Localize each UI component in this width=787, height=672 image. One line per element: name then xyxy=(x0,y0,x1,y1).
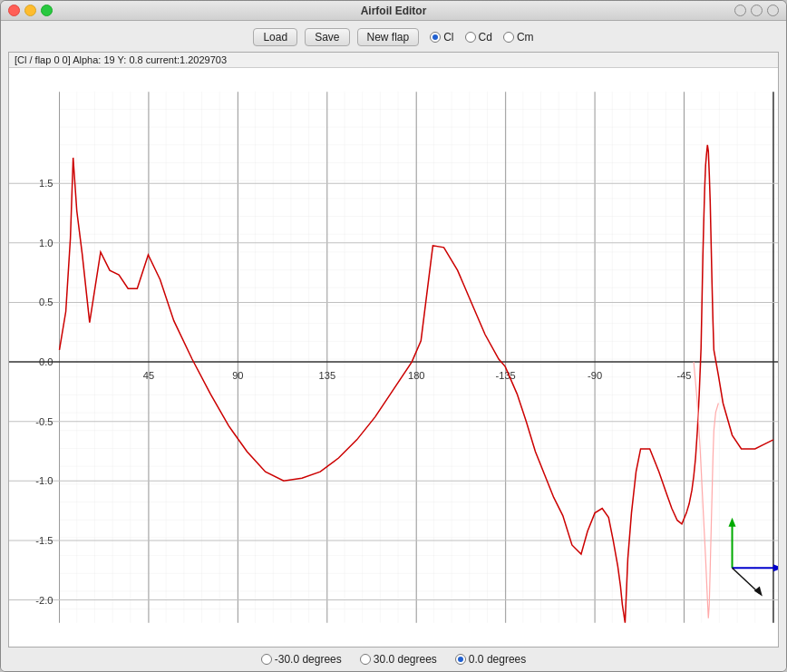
svg-text:-0.5: -0.5 xyxy=(35,416,53,427)
degree-radio-minus30-circle xyxy=(261,654,272,665)
maximize-button[interactable] xyxy=(41,5,53,16)
radio-cl-circle xyxy=(430,32,441,43)
win-ctrl-1[interactable] xyxy=(734,5,746,16)
new-flap-button[interactable]: New flap xyxy=(357,28,420,46)
bottom-bar: -30.0 degrees 30.0 degrees 0.0 degrees xyxy=(1,648,786,671)
svg-text:-45: -45 xyxy=(677,370,692,381)
degree-radio-plus30[interactable]: 30.0 degrees xyxy=(360,653,437,666)
radio-cl-label: Cl xyxy=(443,31,453,44)
window-title: Airfoil Editor xyxy=(361,5,427,17)
radio-cd-circle xyxy=(465,32,476,43)
chart-area: [Cl / flap 0 0] Alpha: 19 Y: 0.8 current… xyxy=(8,52,779,648)
titlebar-actions xyxy=(734,5,779,16)
win-ctrl-3[interactable] xyxy=(767,5,779,16)
load-button[interactable]: Load xyxy=(253,28,297,46)
save-button[interactable]: Save xyxy=(305,28,349,46)
svg-text:1.5: 1.5 xyxy=(39,178,53,189)
titlebar-buttons xyxy=(8,5,53,16)
degree-plus30-label: 30.0 degrees xyxy=(374,653,437,666)
svg-text:45: 45 xyxy=(143,370,154,381)
svg-text:-90: -90 xyxy=(588,370,602,381)
minimize-button[interactable] xyxy=(24,5,36,16)
degree-radio-zero[interactable]: 0.0 degrees xyxy=(455,653,526,666)
coefficient-radio-group: Cl Cd Cm xyxy=(430,31,533,44)
svg-text:-1.0: -1.0 xyxy=(35,475,53,486)
titlebar: Airfoil Editor xyxy=(1,1,786,21)
chart-canvas[interactable]: 1.5 1.0 0.5 0.0 -0.5 -1.0 -1.5 -2.0 45 9… xyxy=(9,68,778,647)
svg-text:90: 90 xyxy=(232,370,243,381)
chart-svg: 1.5 1.0 0.5 0.0 -0.5 -1.0 -1.5 -2.0 45 9… xyxy=(9,68,778,647)
main-window: Airfoil Editor Load Save New flap Cl Cd … xyxy=(0,0,787,672)
radio-cd-label: Cd xyxy=(479,31,492,44)
svg-text:0.0: 0.0 xyxy=(39,356,53,367)
svg-text:135: 135 xyxy=(319,370,336,381)
degree-radio-plus30-circle xyxy=(360,654,371,665)
svg-text:180: 180 xyxy=(408,370,425,381)
toolbar: Load Save New flap Cl Cd Cm xyxy=(1,21,786,52)
close-button[interactable] xyxy=(8,5,20,16)
svg-text:0.5: 0.5 xyxy=(39,297,53,307)
svg-text:1.0: 1.0 xyxy=(39,238,53,248)
chart-status: [Cl / flap 0 0] Alpha: 19 Y: 0.8 current… xyxy=(9,53,778,68)
degree-minus30-label: -30.0 degrees xyxy=(275,653,342,666)
svg-text:-135: -135 xyxy=(496,370,516,381)
radio-cm-circle xyxy=(503,32,514,43)
radio-cm[interactable]: Cm xyxy=(503,31,534,44)
svg-text:-2.0: -2.0 xyxy=(35,595,53,606)
svg-text:-1.5: -1.5 xyxy=(35,535,53,546)
degree-radio-zero-circle xyxy=(455,654,466,665)
degree-zero-label: 0.0 degrees xyxy=(469,653,526,666)
svg-rect-2 xyxy=(60,92,778,623)
radio-cl[interactable]: Cl xyxy=(430,31,453,44)
win-ctrl-2[interactable] xyxy=(751,5,763,16)
radio-cm-label: Cm xyxy=(517,31,534,44)
radio-cd[interactable]: Cd xyxy=(465,31,492,44)
degree-radio-minus30[interactable]: -30.0 degrees xyxy=(261,653,342,666)
